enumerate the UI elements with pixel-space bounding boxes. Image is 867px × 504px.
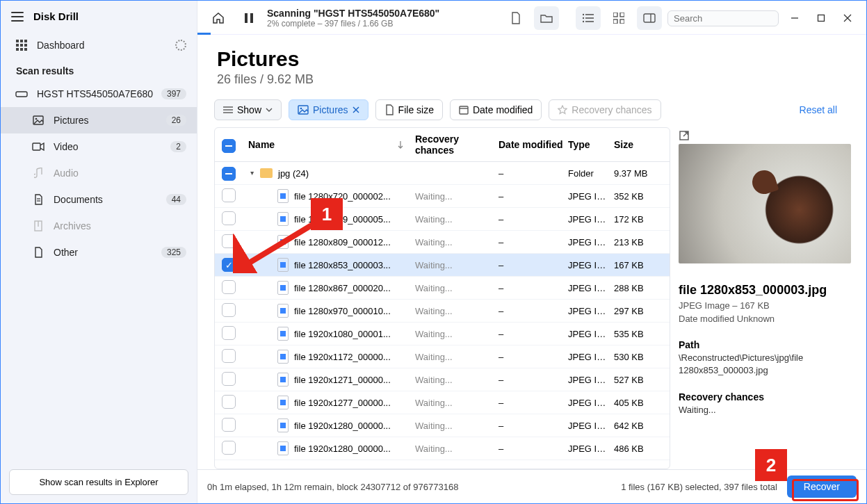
sidebar-item-label: Video <box>54 141 170 152</box>
col-date[interactable]: Date modified <box>496 139 565 150</box>
folder-icon-button[interactable] <box>534 6 559 30</box>
preview-path: \Reconstructed\Pictures\jpg\file 1280x85… <box>679 352 855 376</box>
sidebar-item-other[interactable]: Other325 <box>1 239 197 266</box>
table-row[interactable]: file 1280x867_000020...Waiting...–JPEG I… <box>215 277 670 300</box>
col-size[interactable]: Size <box>611 139 670 150</box>
row-type: JPEG Im... <box>565 421 611 431</box>
row-checkbox[interactable] <box>222 303 236 317</box>
row-date: – <box>496 329 565 339</box>
popout-button[interactable] <box>679 130 855 141</box>
table-row[interactable]: file 1920x1280_00000...Waiting...–JPEG I… <box>215 414 670 437</box>
table-row[interactable]: file 1280x970_000010...Waiting...–JPEG I… <box>215 300 670 323</box>
row-type: JPEG Im... <box>565 398 611 408</box>
search-box[interactable] <box>667 10 779 26</box>
preview-filename: file 1280x853_000003.jpg <box>679 283 855 298</box>
row-size: 486 KB <box>611 444 670 454</box>
table-row[interactable]: file 1920x1271_00000...Waiting...–JPEG I… <box>215 368 670 391</box>
row-checkbox[interactable] <box>222 280 236 294</box>
annotation-2-border <box>792 479 859 501</box>
svg-point-22 <box>583 14 584 15</box>
grid-icon <box>15 39 29 51</box>
sidebar-item-documents[interactable]: Documents44 <box>1 186 197 213</box>
sidebar-item-audio[interactable]: Audio <box>1 160 197 186</box>
row-size: 172 KB <box>611 214 670 225</box>
row-recovery: Waiting... <box>412 352 496 362</box>
table-row[interactable]: file 1920x1080_00001...Waiting...–JPEG I… <box>215 323 670 346</box>
select-all-checkbox[interactable] <box>222 139 236 153</box>
grid-view-button[interactable] <box>606 6 631 30</box>
datemod-filter-button[interactable]: Date modified <box>450 99 542 120</box>
row-checkbox[interactable] <box>222 372 236 386</box>
show-filter-button[interactable]: Show <box>214 99 282 120</box>
audio-icon <box>31 167 45 179</box>
table-row[interactable]: file 1920x1277_00000...Waiting...–JPEG I… <box>215 391 670 414</box>
image-file-icon <box>277 189 289 203</box>
row-date: – <box>496 214 565 225</box>
chevron-down-icon <box>266 108 273 112</box>
hamburger-icon[interactable] <box>11 12 24 22</box>
row-checkbox[interactable] <box>222 167 236 181</box>
close-icon[interactable] <box>353 106 359 113</box>
svg-rect-3 <box>16 44 19 47</box>
row-checkbox[interactable] <box>222 188 236 202</box>
row-checkbox[interactable] <box>222 395 236 409</box>
sidebar-item-video[interactable]: Video2 <box>1 133 197 160</box>
sidebar-item-archives[interactable]: Archives <box>1 213 197 239</box>
status-right: 1 files (167 KB) selected, 397 files tot… <box>621 482 777 492</box>
pictures-filter-chip[interactable]: Pictures <box>289 99 368 120</box>
maximize-button[interactable] <box>811 8 832 29</box>
show-in-explorer-button[interactable]: Show scan results in Explorer <box>9 469 188 495</box>
preview-thumbnail <box>679 144 851 263</box>
row-size: 213 KB <box>611 237 670 247</box>
row-name: file 1920x1080_00001... <box>245 327 412 341</box>
chevron-down-icon[interactable]: ▸ <box>249 172 257 175</box>
recovery-filter-button[interactable]: Recovery chances <box>549 99 661 120</box>
sidebar-item-badge: 2 <box>170 141 186 152</box>
file-icon-button[interactable] <box>503 6 528 30</box>
svg-rect-26 <box>620 13 624 17</box>
sidebar-drive[interactable]: HGST HTS545050A7E680 397 <box>1 81 197 107</box>
pause-button[interactable] <box>236 6 261 30</box>
panel-view-button[interactable] <box>637 6 662 30</box>
table-row[interactable]: file 1920x1280_00000...Waiting...–JPEG I… <box>215 437 670 460</box>
row-checkbox[interactable] <box>222 326 236 340</box>
table-row[interactable]: file 1920x1172_00000...Waiting...–JPEG I… <box>215 346 670 368</box>
row-recovery: Waiting... <box>412 191 496 202</box>
close-button[interactable] <box>837 8 858 29</box>
pictures-filter-label: Pictures <box>313 104 348 115</box>
filesize-filter-button[interactable]: File size <box>375 99 443 120</box>
image-file-icon <box>277 396 289 409</box>
row-type: JPEG Im... <box>565 283 611 293</box>
sidebar-item-label: Audio <box>54 168 186 179</box>
svg-rect-2 <box>24 40 27 42</box>
row-name: file 1280x867_000020... <box>245 281 412 295</box>
row-date: – <box>496 398 565 408</box>
spinner-icon <box>175 40 186 51</box>
col-recovery[interactable]: Recovery chances <box>412 133 496 156</box>
page-heading: Pictures 26 files / 9.62 MB <box>197 35 866 90</box>
reset-filters-link[interactable]: Reset all <box>800 104 837 115</box>
svg-rect-18 <box>250 13 253 23</box>
row-size: 535 KB <box>611 329 670 339</box>
svg-rect-1 <box>20 40 23 42</box>
sidebar-item-badge: 325 <box>161 247 186 258</box>
list-view-button[interactable] <box>576 6 601 30</box>
row-recovery: Waiting... <box>412 444 496 454</box>
col-name[interactable]: Name <box>245 139 412 150</box>
col-type[interactable]: Type <box>565 139 611 150</box>
sidebar-item-pictures[interactable]: Pictures26 <box>1 107 197 133</box>
row-size: 530 KB <box>611 352 670 362</box>
row-checkbox[interactable] <box>222 441 236 455</box>
row-checkbox[interactable] <box>222 418 236 432</box>
table-group-row[interactable]: ▸jpg (24)–Folder9.37 MB <box>215 162 670 185</box>
row-checkbox[interactable] <box>222 349 236 363</box>
row-type: JPEG Im... <box>565 191 611 202</box>
row-date: – <box>496 260 565 270</box>
minimize-button[interactable] <box>784 8 805 29</box>
table-row[interactable]: file 1280x720_000002...Waiting...–JPEG I… <box>215 185 670 208</box>
sidebar-dashboard[interactable]: Dashboard <box>1 32 197 58</box>
row-type: JPEG Im... <box>565 444 611 454</box>
row-recovery: Waiting... <box>412 329 496 339</box>
search-input[interactable] <box>674 13 791 24</box>
home-button[interactable] <box>206 6 231 30</box>
